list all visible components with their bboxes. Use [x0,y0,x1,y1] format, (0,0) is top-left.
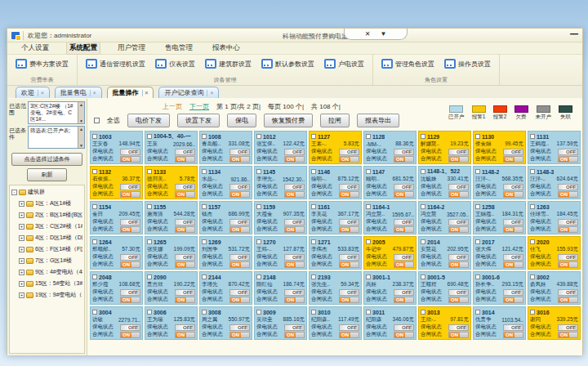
room-card[interactable]: 2090 贵吉欣 190.22元 保电状态 OFF 合闸状态 [145,271,198,305]
supply-status-toggle[interactable]: OFF [394,219,414,225]
supply-status-toggle[interactable]: OFF [120,289,140,296]
room-card[interactable]: 3013 王欣-.. 97.81元 保电状态 OFF 合闸状态 [418,306,471,340]
supply-status-toggle[interactable]: OFF [229,254,250,261]
role-settings-button[interactable]: 管理角色设置 [380,58,436,69]
refresh-button[interactable]: 刷新 [27,168,66,181]
room-checkbox[interactable] [147,274,152,279]
tab-close-icon[interactable]: × [90,90,96,96]
supply-status-toggle[interactable]: OFF [284,184,305,190]
room-checkbox[interactable] [530,239,535,244]
close-icon[interactable]: ✕ [365,30,371,38]
toolbar-button[interactable]: 电价下发 [127,114,170,127]
switch-status-toggle[interactable]: ON [394,191,414,198]
switch-status-toggle[interactable]: ON [394,261,414,268]
switch-status-toggle[interactable]: ON [394,226,414,233]
supply-status-toggle[interactable]: OFF [339,254,359,261]
room-checkbox[interactable] [530,274,535,279]
room-checkbox[interactable] [475,310,480,315]
expand-icon[interactable]: + [19,212,24,218]
tab-close-icon[interactable]: × [38,90,44,96]
supply-status-toggle[interactable]: OFF [229,289,250,296]
switch-status-toggle[interactable]: ON [120,226,140,233]
tree-item[interactable]: + 15区：5#变站（3#... [11,279,82,288]
tree-item[interactable]: + 3区：C区2#楼（1#... [11,222,82,230]
switch-status-toggle[interactable]: ON [175,261,195,268]
room-checkbox[interactable] [311,169,316,174]
room-card[interactable]: 1148-1、522 沈毓姝 330.41元 保电状态 OFF 合闸状态 [418,166,471,199]
supply-status-toggle[interactable]: OFF [339,324,359,331]
room-card[interactable]: 2005 牛记中 479.87元 保电状态 OFF 合闸状态 [363,236,416,270]
switch-status-toggle[interactable]: ON [120,297,140,303]
room-checkbox[interactable] [256,239,261,244]
room-checkbox[interactable] [256,134,261,139]
next-page-link[interactable]: 下一页 [189,102,209,111]
switch-status-toggle[interactable]: ON [229,156,250,163]
room-checkbox[interactable] [366,169,371,174]
listbox-scrollbar[interactable]: ▲ ▼ [78,127,84,148]
supply-status-toggle[interactable]: OFF [229,219,250,225]
room-card[interactable]: 3010 纪阳森.. 117.49元 保电状态 OFF 合闸状态 [309,306,362,340]
tab-close-icon[interactable]: × [142,90,149,96]
room-checkbox[interactable] [92,169,97,174]
default-params-settings-button[interactable]: 默认参数设置 [260,58,316,69]
switch-status-toggle[interactable]: ON [448,191,469,198]
expand-icon[interactable]: + [19,258,24,264]
room-checkbox[interactable] [421,204,425,209]
listbox-scrollbar[interactable]: ▲ ▼ [78,102,84,123]
expand-icon[interactable]: + [19,201,24,207]
menu-sale-management[interactable]: 售电管理 [163,42,195,54]
room-card[interactable]: 3002 俞凤娃 439.88元 保电状态 OFF 合闸状态 [528,271,581,305]
room-checkbox[interactable] [421,274,425,279]
switch-status-toggle[interactable]: ON [120,156,140,163]
switch-status-toggle[interactable]: ON [503,332,523,338]
switch-status-toggle[interactable]: ON [558,261,578,268]
room-checkbox[interactable] [311,204,316,209]
supply-status-toggle[interactable]: OFF [175,149,195,155]
tab-batch-sale[interactable]: 批量售电 × [55,87,102,98]
room-card[interactable]: 1146 徐明-.. 875.12元 保电状态 OFF 合闸状态 [309,166,362,199]
room-checkbox[interactable] [475,169,480,174]
switch-status-toggle[interactable]: ON [503,226,523,233]
collapse-icon[interactable]: - [11,190,17,195]
expand-icon[interactable]: + [19,247,24,252]
room-checkbox[interactable] [92,134,97,139]
room-checkbox[interactable] [366,134,371,139]
scroll-down-icon[interactable]: ▼ [79,118,83,123]
switch-status-toggle[interactable]: ON [558,297,578,303]
supply-status-toggle[interactable]: OFF [394,324,414,331]
menu-system-config[interactable]: 系统配置 [66,42,100,55]
switch-status-toggle[interactable]: ON [558,332,578,338]
switch-status-toggle[interactable]: ON [284,226,305,233]
supply-status-toggle[interactable]: OFF [339,184,359,190]
switch-status-toggle[interactable]: ON [339,156,359,163]
room-card[interactable]: 1270 王炜-.. 127.87元 保电状态 OFF 合闸状态 [254,236,307,270]
room-checkbox[interactable] [366,239,371,244]
room-checkbox[interactable] [256,169,261,174]
tree-item[interactable]: + 6区：F区1#楼（F区... [11,245,82,253]
switch-status-toggle[interactable]: ON [558,156,578,163]
supply-status-toggle[interactable]: OFF [394,184,414,190]
tree-item[interactable]: + 1区：A区1#楼 [11,199,82,208]
room-checkbox[interactable] [366,274,371,279]
room-checkbox[interactable] [311,134,316,139]
room-card[interactable]: 1128 -MM-.. 88.36元 保电状态 OFF 合闸状态 [363,131,416,164]
switch-status-toggle[interactable]: ON [558,191,578,198]
switch-status-toggle[interactable]: ON [394,332,414,338]
room-card[interactable]: 1159 大霞金 907.35元 保电状态 OFF 合闸状态 [254,201,307,234]
menu-report-center[interactable]: 报表中心 [210,42,243,54]
room-card[interactable]: 1130 侯金娟 99.45元 保电状态 OFF 合闸状态 [473,131,526,164]
room-card[interactable]: 1265 张笑娜 199.09元 保电状态 OFF 合闸状态 [145,236,198,270]
room-checkbox[interactable] [421,134,425,139]
supply-status-toggle[interactable]: OFF [448,254,469,261]
minimize-button[interactable]: — [570,29,578,39]
switch-status-toggle[interactable]: ON [448,297,469,303]
room-card[interactable]: 1004-5、40-一 王英 2029.66.. 保电状态 OFF 合闸状态 [145,131,198,164]
switch-status-toggle[interactable]: ON [229,261,250,268]
switch-status-toggle[interactable]: ON [284,261,305,268]
tree-item[interactable]: + 9区：4#变电站（4#... [11,268,82,276]
supply-status-toggle[interactable]: OFF [503,219,523,225]
supply-status-toggle[interactable]: OFF [558,289,578,296]
room-checkbox[interactable] [202,274,207,279]
room-card[interactable]: 3011 纪阳森 346.06元 保电状态 OFF 合闸状态 [363,306,416,340]
room-checkbox[interactable] [475,239,480,244]
